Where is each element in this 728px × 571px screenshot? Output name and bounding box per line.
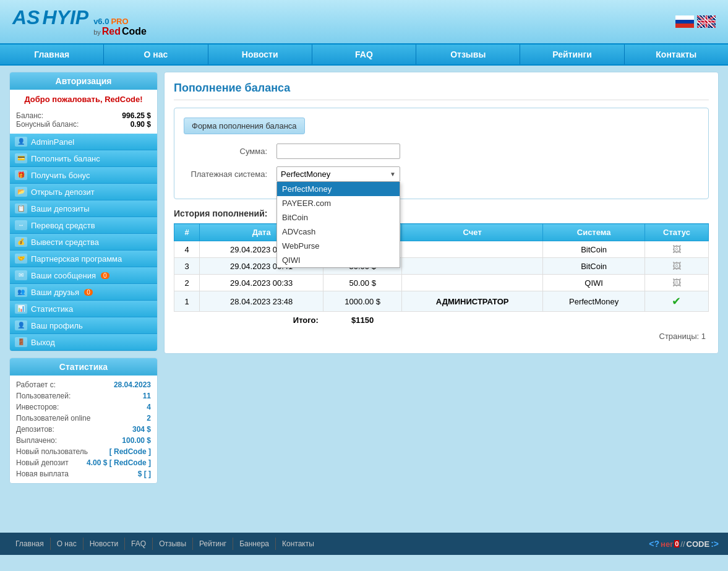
nav-ratings[interactable]: Рейтинги [520, 45, 624, 64]
footer-nav-about[interactable]: О нас [51, 538, 84, 550]
footer-nav: Главная О нас Новости FAQ Отзывы Рейтинг… [9, 538, 320, 550]
cell-system: QIWI [543, 275, 645, 291]
logo-code: Code [122, 26, 147, 37]
messages-badge: 0 [101, 272, 109, 279]
payment-option-5[interactable]: QIWI [277, 253, 400, 267]
footer-logo-zero: 0 [674, 540, 679, 547]
bonus-label: Бонусный баланс: [16, 120, 79, 129]
menu-transfer[interactable]: ↔ Перевод средств [10, 217, 157, 234]
balance-value: 996.25 $ [122, 111, 151, 120]
logo-red: Red [102, 26, 121, 37]
payment-option-1[interactable]: PAYEER.com [277, 196, 400, 210]
sidebar: Авторизация Добро пожаловать, RedCode! Б… [9, 72, 158, 523]
col-system: Система [543, 224, 645, 241]
welcome-message: Добро пожаловать, RedCode! [10, 90, 157, 109]
cell-system: BitCoin [543, 258, 645, 275]
nav-about[interactable]: О нас [104, 45, 208, 64]
footer-logo-red: неr [661, 539, 673, 549]
flag-en[interactable] [697, 15, 716, 28]
total-row: Итого: $1150 [174, 312, 709, 329]
footer-nav-news[interactable]: Новости [84, 538, 125, 550]
menu-profile[interactable]: 👤 Ваш профиль [10, 317, 157, 334]
flag-ru[interactable] [675, 15, 694, 28]
menu-affiliate[interactable]: 🤝 Партнерская программа [10, 251, 157, 267]
header: AS HYIP v6.0 PRO by Red Code [0, 0, 728, 43]
amount-label: Сумма: [184, 147, 276, 156]
payment-option-4[interactable]: WebPurse [277, 239, 400, 253]
cell-id: 3 [174, 258, 200, 275]
chevron-down-icon: ▼ [390, 171, 396, 178]
menu-adminpanel[interactable]: 👤 AdminPanel [10, 134, 157, 150]
pending-icon: 🖼 [672, 244, 681, 254]
main-layout: Авторизация Добро пожаловать, RedCode! Б… [0, 66, 728, 530]
stats-title: Статистика [10, 358, 157, 376]
footer-nav-faq[interactable]: FAQ [125, 538, 153, 550]
cell-amount: 1000.00 $ [323, 291, 402, 312]
payment-row: Платежная система: PerfectMoney ▼ Perfec… [184, 166, 699, 182]
cell-status: 🖼 [644, 275, 708, 291]
nav-news[interactable]: Новости [208, 45, 312, 64]
cell-account [402, 241, 543, 258]
footer-nav-reviews[interactable]: Отзывы [153, 538, 193, 550]
footer-close-bracket: :> [711, 539, 719, 549]
main-nav: Главная О нас Новости FAQ Отзывы Рейтинг… [0, 43, 728, 66]
history-table: # Дата Сумма Счет Система Статус 4 29.04… [174, 223, 709, 328]
open-deposit-icon: 📂 [15, 187, 27, 197]
col-status: Статус [644, 224, 708, 241]
language-selector[interactable] [675, 15, 716, 28]
menu-bonus[interactable]: 🎁 Получить бонус [10, 167, 157, 184]
bonus-icon: 🎁 [15, 170, 27, 180]
menu-statistics[interactable]: 📊 Статистика [10, 301, 157, 317]
amount-row: Сумма: [184, 144, 699, 159]
sidebar-menu: 👤 AdminPanel 💳 Пополнить баланс 🎁 Получи… [10, 134, 157, 351]
cell-amount: 50.00 $ [323, 275, 402, 291]
withdraw-icon: 💰 [15, 237, 27, 247]
menu-open-deposit[interactable]: 📂 Открыть депозит [10, 184, 157, 200]
cell-status: 🖼 [644, 241, 708, 258]
footer-nav-contacts[interactable]: Контакты [276, 538, 320, 550]
friends-icon: 👥 [15, 287, 27, 297]
logo-version: v6.0 [93, 17, 109, 26]
payment-option-0[interactable]: PerfectMoney [277, 182, 400, 196]
pending-icon: 🖼 [672, 261, 681, 271]
history-section: История пополнений: # Дата Сумма Счет Си… [174, 208, 709, 344]
content-area: Пополнение баланса Форма пополнения бала… [164, 72, 719, 523]
check-icon: ✔ [672, 295, 681, 307]
cell-id: 2 [174, 275, 200, 291]
footer-nav-home[interactable]: Главная [9, 538, 51, 550]
nav-home[interactable]: Главная [0, 45, 104, 64]
stats-box: Статистика Работает с:28.04.2023 Пользов… [9, 358, 158, 484]
menu-deposits[interactable]: 📋 Ваши депозиты [10, 200, 157, 217]
nav-faq[interactable]: FAQ [312, 45, 416, 64]
payment-selected-text: PerfectMoney [281, 170, 330, 179]
payment-option-3[interactable]: ADVcash [277, 225, 400, 239]
cell-id: 4 [174, 241, 200, 258]
menu-topup[interactable]: 💳 Пополнить баланс [10, 150, 157, 167]
nav-contacts[interactable]: Контакты [625, 45, 728, 64]
balance-info: Баланс: 996.25 $ Бонусный баланс: 0.90 $ [10, 109, 157, 134]
amount-input[interactable] [276, 144, 400, 159]
affiliate-icon: 🤝 [15, 254, 27, 264]
friends-badge: 0 [84, 289, 93, 296]
cell-date: 28.04.2023 23:48 [200, 291, 323, 312]
stats-table: Работает с:28.04.2023 Пользователей:11 И… [10, 376, 157, 483]
cell-account: АДМИНИСТРАТОР [402, 291, 543, 312]
menu-friends[interactable]: 👥 Ваши друзья 0 [10, 284, 157, 301]
payment-select[interactable]: PerfectMoney ▼ [276, 166, 400, 182]
menu-withdraw[interactable]: 💰 Вывести средства [10, 234, 157, 251]
form-section-title: Форма пополнения баланса [184, 118, 305, 134]
menu-logout[interactable]: 🚪 Выход [10, 334, 157, 351]
cell-account [402, 275, 543, 291]
nav-reviews[interactable]: Отзывы [416, 45, 520, 64]
form-section: Форма пополнения баланса Сумма: Платежна… [174, 108, 709, 199]
payment-option-2[interactable]: BitCoin [277, 210, 400, 225]
footer-nav-rating[interactable]: Рейтинг [193, 538, 233, 550]
svg-rect-0 [697, 15, 716, 28]
auth-box: Авторизация Добро пожаловать, RedCode! Б… [9, 72, 158, 351]
cell-system: PerfectMoney [543, 291, 645, 312]
auth-title: Авторизация [10, 72, 157, 90]
footer-nav-banners[interactable]: Баннера [233, 538, 276, 550]
cell-status: ✔ [644, 291, 708, 312]
footer-open-bracket: <? [649, 539, 659, 549]
menu-messages[interactable]: ✉ Ваши сообщения 0 [10, 267, 157, 284]
